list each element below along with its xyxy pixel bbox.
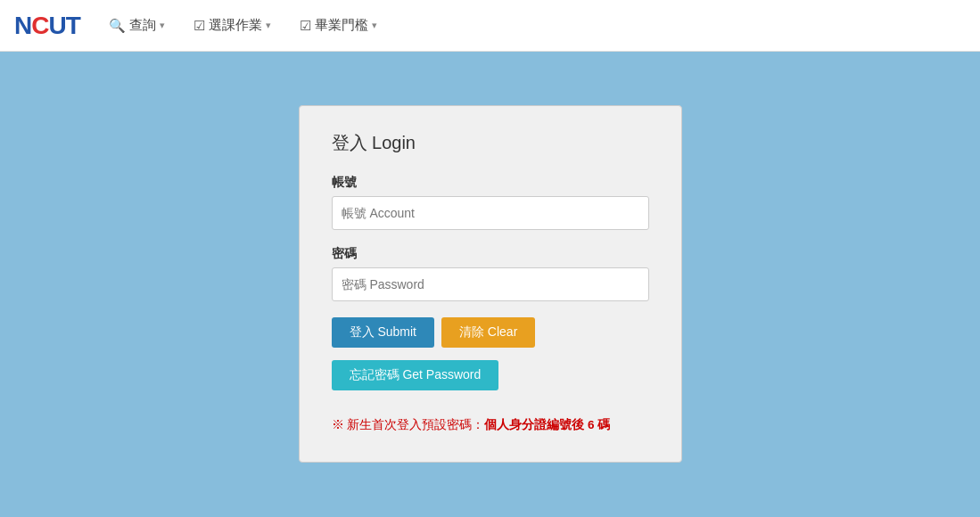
account-group: 帳號	[332, 175, 649, 230]
password-group: 密碼	[332, 246, 649, 301]
notice-prefix: ※ 新生首次登入預設密碼：	[332, 418, 485, 431]
nav-query[interactable]: 🔍 查詢 ▾	[98, 12, 176, 39]
notice-text: ※ 新生首次登入預設密碼：個人身分證編號後 6 碼	[332, 417, 649, 433]
getpwd-row: 忘記密碼 Get Password	[332, 360, 649, 405]
chevron-down-icon: ▾	[160, 20, 165, 31]
nav-course[interactable]: ☑ 選課作業 ▾	[183, 12, 282, 39]
site-logo: NCUT	[14, 12, 80, 40]
action-buttons: 登入 Submit 清除 Clear	[332, 317, 649, 348]
chevron-down-icon: ▾	[266, 20, 271, 31]
navbar: NCUT 🔍 查詢 ▾ ☑ 選課作業 ▾ ☑ 畢業門檻 ▾	[0, 0, 980, 52]
submit-button[interactable]: 登入 Submit	[332, 317, 434, 348]
main-content: 登入 Login 帳號 密碼 登入 Submit 清除 Clear 忘記密碼 G…	[0, 52, 980, 517]
clear-button[interactable]: 清除 Clear	[441, 317, 535, 348]
nav-graduation[interactable]: ☑ 畢業門檻 ▾	[289, 12, 388, 39]
login-title: 登入 Login	[332, 131, 649, 155]
nav-query-label: 查詢	[129, 17, 156, 34]
login-card: 登入 Login 帳號 密碼 登入 Submit 清除 Clear 忘記密碼 G…	[299, 105, 682, 463]
getpwd-button[interactable]: 忘記密碼 Get Password	[332, 360, 499, 390]
password-input[interactable]	[332, 267, 649, 301]
check-icon: ☑	[300, 18, 311, 34]
password-label: 密碼	[332, 246, 649, 262]
account-input[interactable]	[332, 196, 649, 230]
notice-bold: 個人身分證編號後 6 碼	[484, 418, 610, 431]
chevron-down-icon: ▾	[372, 20, 377, 31]
search-icon: 🔍	[109, 18, 126, 34]
nav-graduation-label: 畢業門檻	[315, 17, 368, 34]
account-label: 帳號	[332, 175, 649, 191]
nav-course-label: 選課作業	[209, 17, 262, 34]
check-icon: ☑	[194, 18, 205, 34]
